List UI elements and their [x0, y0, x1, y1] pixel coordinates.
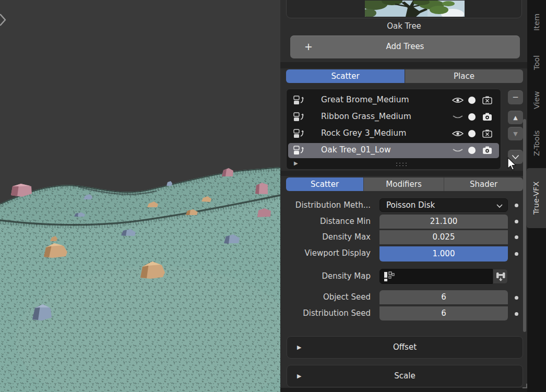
weight-paint-button[interactable] — [493, 269, 508, 284]
offset-section-label: Offset — [287, 342, 523, 352]
tab-modifiers-label: Modifiers — [386, 180, 421, 189]
distribution-method-dropdown[interactable]: Poisson Disk — [379, 198, 508, 212]
keyframe-dot[interactable] — [515, 252, 518, 256]
sidebar-expand-chevron-icon[interactable] — [0, 13, 7, 27]
tab-item[interactable]: Item — [527, 7, 546, 37]
asset-preview-image — [365, 1, 465, 17]
dot-icon[interactable] — [467, 128, 477, 139]
tab-shader[interactable]: Shader — [444, 177, 523, 191]
keyframe-dot[interactable] — [515, 204, 518, 207]
density-map-field[interactable] — [379, 269, 493, 284]
density-max-field[interactable]: 0.025 — [379, 230, 508, 244]
viewport-display-slider[interactable]: 1.000 — [379, 246, 508, 262]
tab-tool[interactable]: Tool — [527, 49, 546, 77]
eye-closed-icon[interactable] — [451, 145, 465, 156]
eye-closed-icon[interactable] — [451, 112, 465, 122]
scatter-item-name: Great Brome_Medium — [321, 95, 409, 104]
keyframe-dot[interactable] — [515, 312, 518, 316]
tab-scatter-settings[interactable]: Scatter — [286, 177, 363, 191]
scale-section-header[interactable]: ▶ Scale — [287, 365, 523, 387]
vertex-group-icon — [383, 271, 396, 282]
camera-icon[interactable] — [481, 145, 494, 156]
offset-section-header[interactable]: ▶ Offset — [287, 336, 523, 359]
sidebar-bottom-edge — [280, 388, 527, 392]
asset-preview-box[interactable] — [286, 0, 522, 18]
panel-gap — [280, 171, 527, 176]
tab-scatter-settings-label: Scatter — [311, 180, 339, 189]
scatter-system-list: Great Brome_Medium — [286, 89, 501, 170]
move-up-button[interactable]: ▲ — [508, 111, 523, 124]
weight-paint-icon — [494, 270, 508, 284]
tab-place-mode[interactable]: Place — [405, 69, 523, 83]
distance-min-field[interactable]: 21.100 — [379, 215, 508, 229]
viewport-display-label: Viewport Display — [280, 246, 371, 260]
blender-window: Oak Tree + Add Trees Scatter Place Grea — [0, 0, 546, 392]
terrain-render — [0, 0, 280, 392]
list-item[interactable]: Great Brome_Medium — [288, 93, 499, 108]
density-max-label: Density Max — [280, 230, 371, 244]
tab-scatter-mode-label: Scatter — [331, 72, 359, 81]
dot-icon[interactable] — [467, 95, 477, 105]
tab-truevfx-label: True-VFX — [532, 182, 540, 215]
camera-disabled-icon[interactable] — [481, 128, 494, 139]
tab-shader-label: Shader — [470, 180, 497, 189]
tab-scatter-mode[interactable]: Scatter — [286, 69, 405, 83]
panel-resize-corner[interactable] — [523, 384, 527, 388]
scatter-system-icon — [293, 145, 305, 156]
panel-gap — [280, 62, 527, 68]
distribution-seed-label: Distribution Seed — [280, 306, 371, 320]
scatter-item-name: Rock Grey 3_Medium — [321, 128, 406, 138]
scatter-item-name: Ribbon Grass_Medium — [321, 112, 411, 121]
eye-open-icon[interactable] — [451, 128, 465, 139]
list-expand-triangle-icon[interactable]: ▶ — [294, 160, 298, 166]
scatter-system-icon — [293, 95, 305, 105]
dot-icon[interactable] — [467, 112, 477, 122]
scatter-system-icon — [293, 128, 305, 139]
3d-viewport[interactable] — [0, 0, 280, 392]
asset-preview-name: Oak Tree — [286, 21, 522, 31]
keyframe-dot[interactable] — [515, 220, 518, 223]
scatter-system-icon — [293, 112, 305, 122]
list-item[interactable]: Ribbon Grass_Medium — [288, 110, 499, 125]
tab-tool-label: Tool — [532, 55, 541, 70]
scale-section-label: Scale — [287, 371, 523, 381]
tab-modifiers[interactable]: Modifiers — [363, 177, 444, 191]
mouse-cursor — [507, 157, 517, 172]
keyframe-dot[interactable] — [515, 235, 518, 239]
add-trees-button[interactable]: + Add Trees — [290, 35, 520, 58]
eye-open-icon[interactable] — [451, 95, 465, 105]
add-trees-label: Add Trees — [290, 42, 520, 51]
object-seed-label: Object Seed — [280, 290, 371, 304]
object-seed-field[interactable]: 6 — [379, 290, 508, 304]
sidebar-tab-strip: Item Tool View Z-Tools True-VFX — [527, 0, 546, 392]
truevfx-sidebar: Oak Tree + Add Trees Scatter Place Grea — [280, 0, 527, 392]
move-down-button[interactable]: ▼ — [508, 127, 523, 140]
distribution-seed-field[interactable]: 6 — [379, 306, 508, 320]
tab-item-label: Item — [532, 14, 541, 31]
list-resize-grip[interactable] — [395, 162, 407, 167]
minus-icon: − — [508, 91, 523, 104]
distribution-method-value: Poisson Disk — [386, 200, 435, 210]
tab-place-mode-label: Place — [454, 72, 474, 81]
keyframe-dot[interactable] — [515, 296, 518, 300]
distance-min-label: Distance Min — [280, 215, 371, 229]
tab-truevfx[interactable]: True-VFX — [526, 168, 546, 228]
scatter-item-name: Oak Tree_01_Low — [321, 145, 391, 155]
chevron-down-icon — [496, 204, 503, 208]
density-map-label: Density Map — [280, 269, 371, 283]
remove-item-button[interactable]: − — [508, 90, 523, 104]
tab-ztools-label: Z-Tools — [532, 130, 541, 156]
tab-ztools[interactable]: Z-Tools — [527, 122, 546, 164]
camera-icon[interactable] — [481, 112, 494, 122]
tab-view[interactable]: View — [527, 85, 546, 115]
dot-icon[interactable] — [467, 145, 477, 156]
tab-view-label: View — [532, 91, 541, 109]
camera-disabled-icon[interactable] — [481, 95, 494, 105]
distribution-method-label: Distribution Meth... — [280, 198, 371, 212]
arrow-up-icon: ▲ — [508, 111, 523, 124]
list-item-selected[interactable]: Oak Tree_01_Low — [288, 143, 499, 158]
list-item[interactable]: Rock Grey 3_Medium — [288, 126, 499, 141]
arrow-down-icon: ▼ — [508, 127, 523, 140]
